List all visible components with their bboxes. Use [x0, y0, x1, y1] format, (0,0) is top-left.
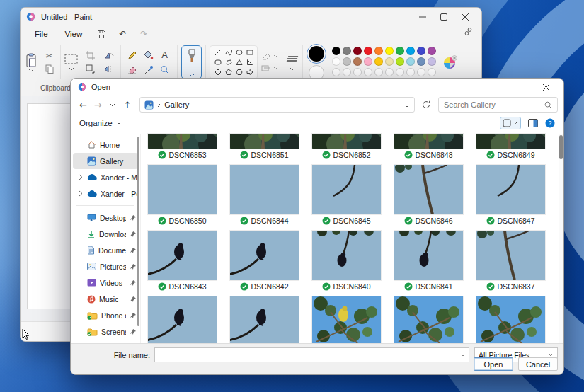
empty-color-slot[interactable]	[385, 68, 394, 76]
paint-titlebar[interactable]: Untitled - Paint	[21, 8, 481, 25]
dialog-close-icon[interactable]	[535, 80, 556, 94]
paste-button[interactable]	[25, 53, 38, 72]
color-swatch[interactable]	[332, 47, 340, 55]
shape-polygon[interactable]	[223, 57, 234, 67]
edit-colors-icon[interactable]	[442, 54, 458, 70]
sidebar-item-documents[interactable]: Documents	[73, 242, 138, 258]
shape-rectangle[interactable]	[244, 47, 255, 57]
refresh-icon[interactable]	[419, 98, 433, 112]
empty-color-slot[interactable]	[332, 68, 340, 76]
file-thumbnail[interactable]	[394, 165, 463, 214]
file-thumbnail[interactable]	[394, 134, 463, 149]
file-tile[interactable]: DSCN6852	[312, 134, 381, 160]
file-thumbnail[interactable]	[148, 296, 217, 346]
sidebar-item-downloads[interactable]: Downloads	[73, 226, 138, 242]
sidebar-item-pictures[interactable]: Pictures	[73, 258, 138, 275]
sidebar-item-desktop[interactable]: Desktop	[73, 209, 138, 226]
file-thumbnail[interactable]	[312, 296, 381, 346]
resize-icon[interactable]	[83, 62, 98, 76]
shape-triangle[interactable]	[234, 57, 244, 67]
file-tile[interactable]: DSCN6848	[394, 134, 463, 160]
empty-color-slot[interactable]	[417, 68, 425, 76]
file-thumbnail[interactable]	[148, 231, 217, 280]
forward-icon[interactable]: →	[91, 98, 105, 112]
shape-rounded-rectangle[interactable]	[212, 57, 223, 67]
file-thumbnail[interactable]	[476, 296, 545, 346]
color-swatch[interactable]	[343, 57, 351, 66]
color-swatch[interactable]	[374, 57, 383, 66]
color-swatch[interactable]	[396, 47, 404, 55]
color-swatch[interactable]	[385, 57, 394, 66]
pencil-tool[interactable]	[125, 48, 139, 62]
select-tool[interactable]	[64, 54, 78, 71]
magnifier-tool[interactable]	[157, 63, 172, 76]
address-dropdown-icon[interactable]	[404, 100, 410, 110]
color-swatch[interactable]	[428, 57, 436, 66]
minimize-icon[interactable]	[412, 9, 433, 25]
save-icon[interactable]	[92, 27, 110, 41]
file-tile[interactable]: DSCN6837	[476, 231, 545, 292]
maximize-icon[interactable]	[433, 9, 454, 25]
empty-color-slot[interactable]	[343, 68, 351, 76]
search-input[interactable]	[444, 100, 544, 109]
color-swatch[interactable]	[396, 57, 404, 66]
file-thumbnail[interactable]	[394, 231, 463, 280]
menu-file[interactable]: File	[28, 28, 55, 40]
menu-view[interactable]: View	[58, 28, 90, 40]
rotate-icon[interactable]	[102, 49, 117, 62]
file-thumbnail[interactable]	[476, 134, 545, 149]
color-swatch[interactable]	[332, 57, 340, 66]
file-thumbnail[interactable]	[312, 165, 381, 214]
file-thumbnail[interactable]	[230, 231, 299, 280]
up-icon[interactable]: ↑	[120, 98, 134, 112]
stroke-width-dropdown[interactable]	[286, 54, 299, 71]
shape-fill-dropdown[interactable]	[261, 64, 278, 72]
chevron-right-icon[interactable]	[77, 190, 84, 197]
view-mode-button[interactable]	[500, 117, 521, 129]
shape-hexagon[interactable]	[234, 67, 244, 77]
crop-icon[interactable]	[83, 49, 98, 62]
color-swatch[interactable]	[353, 57, 362, 66]
file-thumbnail[interactable]	[476, 165, 545, 214]
preview-pane-icon[interactable]	[528, 119, 538, 127]
file-thumbnail[interactable]	[394, 296, 463, 346]
fill-tool[interactable]	[141, 48, 156, 62]
color-swatch[interactable]	[406, 47, 415, 55]
file-tile[interactable]: DSCN6845	[312, 165, 381, 226]
file-tile[interactable]: DSCN6850	[148, 165, 217, 226]
color-swatch[interactable]	[428, 47, 436, 55]
settings-icon[interactable]	[464, 27, 473, 36]
file-thumbnail[interactable]	[230, 296, 299, 346]
file-name-dropdown-icon[interactable]	[460, 353, 466, 357]
cancel-button[interactable]: Cancel	[518, 357, 558, 371]
recent-locations-icon[interactable]	[106, 98, 120, 112]
file-tile[interactable]: DSCN6843	[148, 231, 217, 292]
eraser-tool[interactable]	[125, 63, 139, 76]
breadcrumb-location[interactable]: Gallery	[164, 100, 189, 109]
shape-right-triangle[interactable]	[244, 57, 255, 67]
file-thumbnail[interactable]	[230, 134, 299, 149]
file-thumbnail[interactable]	[312, 231, 381, 280]
file-tile[interactable]: DSCN6851	[230, 134, 299, 160]
help-icon[interactable]: ?	[545, 118, 555, 128]
back-icon[interactable]: ←	[76, 98, 90, 112]
shape-diamond[interactable]	[212, 67, 223, 77]
text-tool[interactable]: A	[157, 48, 172, 62]
redo-icon[interactable]: ↷	[134, 27, 153, 41]
search-box[interactable]	[438, 97, 558, 113]
dialog-titlebar[interactable]: Open	[71, 79, 563, 96]
color-swatch[interactable]	[406, 57, 415, 66]
shape-curve[interactable]	[223, 47, 234, 57]
empty-color-slot[interactable]	[406, 68, 415, 76]
chevron-right-icon[interactable]	[77, 174, 84, 180]
file-tile[interactable]: DSCN6853	[148, 134, 217, 160]
file-thumbnail[interactable]	[148, 134, 217, 149]
file-name-input[interactable]	[158, 351, 460, 359]
file-name-combobox[interactable]	[154, 347, 469, 362]
sidebar-item-videos[interactable]: Videos	[73, 275, 138, 291]
shape-pentagon[interactable]	[223, 67, 234, 77]
empty-color-slot[interactable]	[428, 68, 436, 76]
copy-icon[interactable]	[42, 62, 57, 76]
close-icon[interactable]	[454, 9, 476, 25]
file-thumbnail[interactable]	[312, 134, 381, 149]
